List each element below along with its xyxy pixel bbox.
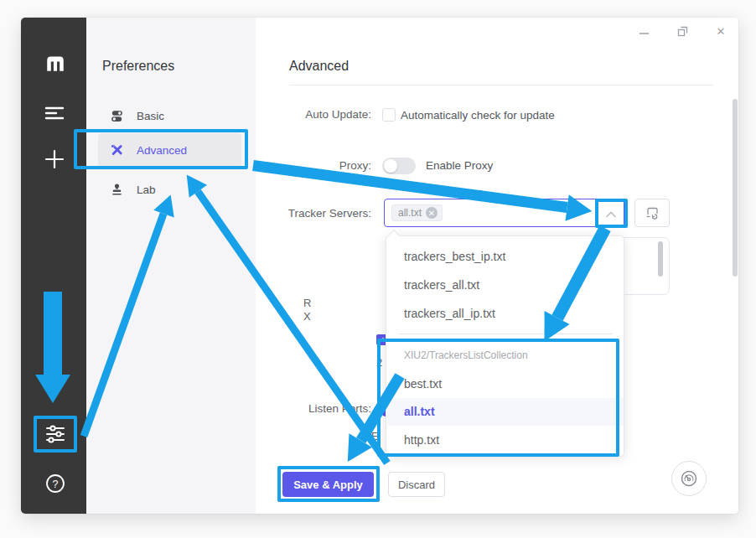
occluded-text-fragment: R xyxy=(303,297,311,309)
close-icon: ✕ xyxy=(717,25,726,38)
preferences-window: ? Preferences Basic Advanced Lab xyxy=(21,18,738,514)
occluded-text-fragment: X xyxy=(303,310,311,323)
task-list-icon[interactable] xyxy=(44,105,65,122)
restore-button[interactable] xyxy=(675,23,690,39)
add-task-icon[interactable] xyxy=(44,149,65,169)
proxy-toggle[interactable] xyxy=(382,158,416,174)
prefs-title: Preferences xyxy=(102,59,174,74)
occluded-text-fragment: E xyxy=(371,430,379,442)
discard-button[interactable]: Discard xyxy=(388,472,445,497)
app-sidebar: ? xyxy=(21,18,86,514)
proxy-toggle-label: Enable Proxy xyxy=(426,159,493,172)
auto-update-checkbox-label[interactable]: Automatically check for update xyxy=(401,109,555,122)
sidebar-item-lab[interactable]: Lab xyxy=(98,173,241,206)
speed-limit-button[interactable] xyxy=(671,461,707,496)
dropdown-option[interactable]: trackers_all.txt xyxy=(387,271,624,299)
dropdown-option[interactable]: http.txt xyxy=(387,426,624,454)
dropdown-divider xyxy=(399,334,613,334)
sidebar-item-label: Advanced xyxy=(137,144,187,157)
dropdown-option[interactable]: best.txt xyxy=(387,370,624,398)
sidebar-item-label: Basic xyxy=(137,110,164,122)
preferences-sliders-icon[interactable] xyxy=(45,424,65,444)
sidebar-item-basic[interactable]: Basic xyxy=(98,99,241,132)
dropdown-group-label: XIU2/TrackersListCollection xyxy=(404,349,528,361)
toggle-knob xyxy=(384,159,397,173)
help-icon[interactable]: ? xyxy=(45,473,65,494)
page-title: Advanced xyxy=(289,59,349,74)
selected-check-icon: ✓ xyxy=(474,187,484,200)
tracker-servers-label: Tracker Servers: xyxy=(230,207,371,220)
textarea-scrollbar[interactable] xyxy=(658,241,663,277)
svg-text:?: ? xyxy=(53,479,59,490)
tag-close-icon[interactable]: ✕ xyxy=(426,207,438,219)
sync-trackers-button[interactable] xyxy=(634,199,670,227)
sidebar-item-label: Lab xyxy=(137,184,156,196)
tracker-servers-select[interactable]: all.txt ✕ xyxy=(384,199,624,227)
auto-update-checkbox[interactable] xyxy=(382,108,396,122)
chevron-up-icon[interactable] xyxy=(605,208,617,218)
tools-icon xyxy=(110,143,124,158)
prefs-sidebar: Preferences Basic Advanced Lab xyxy=(86,18,256,514)
title-divider xyxy=(289,85,713,85)
auto-update-label: Auto Update: xyxy=(230,108,371,121)
tag-label: all.txt xyxy=(398,207,422,219)
selected-tag: all.txt ✕ xyxy=(391,204,443,221)
sidebar-item-advanced[interactable]: Advanced xyxy=(98,133,241,167)
main-scrollbar[interactable] xyxy=(733,99,738,277)
proxy-label: Proxy: xyxy=(230,159,371,172)
motrix-logo-icon xyxy=(44,54,66,71)
main-pane: ✕ Advanced Auto Update: Automatically ch… xyxy=(256,18,738,514)
toggles-icon xyxy=(110,109,124,123)
dropdown-option[interactable]: trackers_best_ip.txt xyxy=(387,242,624,271)
minimize-button[interactable] xyxy=(636,23,651,39)
tracker-dropdown: trackers_best_ip.txt trackers_all.txt tr… xyxy=(386,235,624,457)
save-apply-button[interactable]: Save & Apply xyxy=(282,472,374,497)
dropdown-option-selected[interactable]: all.txt xyxy=(387,397,624,426)
dropdown-option[interactable]: trackers_all_ip.txt xyxy=(387,299,624,328)
lab-stamp-icon xyxy=(110,183,124,197)
close-button[interactable]: ✕ xyxy=(713,23,728,39)
listen-ports-label: Listen Ports: xyxy=(230,402,371,415)
occluded-text-fragment: 2 xyxy=(376,356,382,369)
